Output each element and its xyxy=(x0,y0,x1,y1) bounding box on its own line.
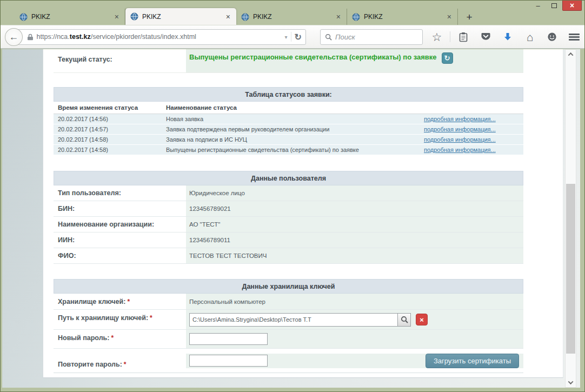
keystore-title: Данные хранилища ключей xyxy=(54,279,523,294)
maximize-button[interactable] xyxy=(546,1,562,11)
search-icon xyxy=(401,316,408,323)
new-tab-button[interactable]: + xyxy=(460,10,478,24)
column-header-time: Время изменения статуса xyxy=(54,104,166,111)
current-status-value: Выпущены регистрационные свидетельства (… xyxy=(189,53,437,61)
tab-1[interactable]: PKIKZ × xyxy=(15,9,125,25)
hamburger-icon xyxy=(569,34,580,41)
chevron-down-icon xyxy=(568,379,574,384)
divider xyxy=(450,31,450,42)
reading-list-icon[interactable] xyxy=(457,31,469,43)
scroll-up-button[interactable] xyxy=(566,50,576,59)
user-data-title: Данные пользователя xyxy=(54,171,523,185)
home-icon[interactable]: ⌂ xyxy=(524,31,536,43)
page-panel: Текущий статус: Выпущены регистрационные… xyxy=(43,49,563,378)
menu-button[interactable] xyxy=(568,31,580,43)
tab-title: PKIKZ xyxy=(31,13,110,21)
reload-icon[interactable]: ↻ xyxy=(295,32,302,42)
keystore-path-input[interactable] xyxy=(189,313,397,327)
scrollbar-thumb[interactable] xyxy=(566,184,575,354)
details-link[interactable]: подробная информация... xyxy=(424,136,496,143)
storage-value: Персональный компьютер xyxy=(186,294,523,309)
keystore-storage-row: Хранилище ключей:* Персональный компьюте… xyxy=(54,294,523,310)
status-name: Заявка подтверждена первым руководителем… xyxy=(166,126,424,132)
minimize-button[interactable]: – xyxy=(530,1,546,11)
table-row: 20.02.2017 (14:58) Заявка на подписи в И… xyxy=(54,135,523,145)
field-value: 123456789011 xyxy=(186,232,523,248)
tab-close-icon[interactable]: × xyxy=(335,13,342,21)
hello-smiley-icon[interactable] xyxy=(546,31,558,43)
table-row: 20.02.2017 (14:56) Новая заявка подробна… xyxy=(54,114,523,124)
titlebar: – × PKIKZ × PKIKZ × PKIKZ × PKIKZ xyxy=(1,1,584,25)
tab-close-icon[interactable]: × xyxy=(446,13,453,21)
keystore-section: Данные хранилища ключей Хранилище ключей… xyxy=(54,279,523,373)
field-value: 123456789021 xyxy=(186,201,523,216)
new-password-row: Новый пароль:* xyxy=(54,330,523,349)
vertical-scrollbar[interactable] xyxy=(565,49,576,388)
status-time: 20.02.2017 (14:58) xyxy=(54,147,166,153)
clear-path-button[interactable]: × xyxy=(416,314,428,325)
repeat-password-input[interactable] xyxy=(189,355,268,367)
close-button[interactable]: × xyxy=(562,1,582,11)
details-link[interactable]: подробная информация... xyxy=(424,147,496,153)
bookmark-star-icon[interactable]: ☆ xyxy=(431,31,443,43)
field-label: Путь к хранилищу ключей: xyxy=(58,314,148,322)
downloads-icon[interactable] xyxy=(502,31,514,43)
field-value: Юридическое лицо xyxy=(186,185,523,201)
browser-window: – × PKIKZ × PKIKZ × PKIKZ × PKIKZ xyxy=(0,0,585,392)
status-table: Таблица статусов заявки: Время изменения… xyxy=(54,87,523,155)
globe-favicon xyxy=(19,13,28,21)
table-row: 20.02.2017 (14:57) Заявка подтверждена п… xyxy=(54,124,523,135)
browse-keystore-button[interactable] xyxy=(397,313,411,327)
required-asterisk: * xyxy=(127,298,130,305)
lock-icon xyxy=(27,34,34,41)
status-table-title: Таблица статусов заявки: xyxy=(54,87,523,102)
field-value: АО "ТЕСТ" xyxy=(186,217,523,232)
tab-3[interactable]: PKIKZ × xyxy=(236,9,347,25)
details-link[interactable]: подробная информация... xyxy=(424,116,496,122)
field-label: Повторите пароль: xyxy=(58,361,122,368)
required-asterisk: * xyxy=(111,334,114,342)
divider xyxy=(291,32,291,42)
user-data-section: Данные пользователя Тип пользователя: Юр… xyxy=(54,171,523,264)
tab-close-icon[interactable]: × xyxy=(225,13,231,21)
field-label: Наименование организации: xyxy=(58,221,154,228)
data-row: ФИО: ТЕСТОВ ТЕСТ ТЕСТОВИЧ xyxy=(54,248,523,264)
data-row: Тип пользователя: Юридическое лицо xyxy=(54,185,523,201)
tab-2-active[interactable]: PKIKZ × xyxy=(125,8,236,25)
globe-favicon xyxy=(352,13,360,21)
status-name: Новая заявка xyxy=(166,116,424,122)
data-row: Наименование организации: АО "ТЕСТ" xyxy=(54,217,523,232)
upload-certificates-button[interactable]: Загрузить сертификаты xyxy=(426,354,519,368)
chevron-down-icon[interactable]: ▾ xyxy=(285,34,288,40)
table-row: 20.02.2017 (14:58) Выпущены регистрацион… xyxy=(54,145,523,155)
chevron-up-icon xyxy=(568,52,574,58)
navigation-toolbar: ← https://nca.test.kz/service/pkiorder/s… xyxy=(1,25,584,49)
new-password-input[interactable] xyxy=(189,333,268,345)
tab-close-icon[interactable]: × xyxy=(114,13,120,21)
globe-favicon xyxy=(241,13,249,21)
column-header-name: Наименование статуса xyxy=(166,104,424,111)
required-asterisk: * xyxy=(124,361,127,368)
status-time: 20.02.2017 (14:56) xyxy=(54,116,166,122)
browser-viewport: Текущий статус: Выпущены регистрационные… xyxy=(2,49,580,388)
status-time: 20.02.2017 (14:57) xyxy=(54,126,166,132)
search-input[interactable] xyxy=(335,33,418,41)
details-link[interactable]: подробная информация... xyxy=(424,126,496,132)
url-text: https://nca.test.kz/service/pkiorder/sta… xyxy=(37,33,282,41)
tab-title: PKIKZ xyxy=(142,13,221,21)
back-button[interactable]: ← xyxy=(5,28,23,46)
tab-4[interactable]: PKIKZ × xyxy=(347,9,458,25)
refresh-status-button[interactable]: ↻ xyxy=(442,52,453,64)
repeat-password-row: Повторите пароль:* Загрузить сертификаты xyxy=(54,349,523,373)
current-status-row: Текущий статус: Выпущены регистрационные… xyxy=(54,49,523,73)
search-bar[interactable] xyxy=(320,29,423,45)
status-name: Выпущены регистрационные свидетельства (… xyxy=(166,147,424,153)
field-label: Новый пароль: xyxy=(58,334,109,342)
current-status-label: Текущий статус: xyxy=(58,56,112,63)
url-bar[interactable]: https://nca.test.kz/service/pkiorder/sta… xyxy=(14,29,306,45)
toolbar-icons: ☆ ⌂ xyxy=(431,31,580,43)
field-value: ТЕСТОВ ТЕСТ ТЕСТОВИЧ xyxy=(186,248,523,263)
field-label: БИН: xyxy=(58,205,75,212)
pocket-icon[interactable] xyxy=(480,31,491,43)
scroll-down-button[interactable] xyxy=(566,378,576,387)
